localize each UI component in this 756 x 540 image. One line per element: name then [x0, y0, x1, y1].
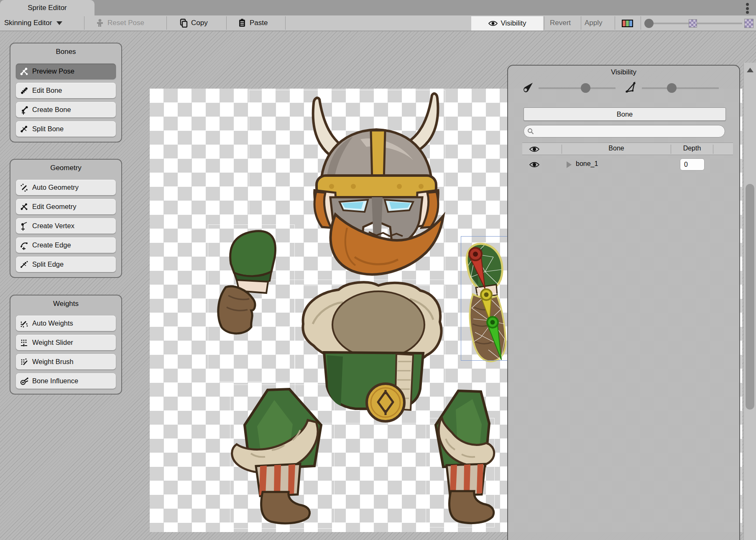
- vertical-scrollbar-thumb[interactable]: [746, 184, 754, 410]
- column-separator: [713, 145, 713, 154]
- create-edge-button[interactable]: Create Edge: [16, 237, 116, 253]
- toolbar-separator: [544, 16, 544, 30]
- auto-geometry-icon: [20, 183, 29, 192]
- bone-row-name[interactable]: bone_1: [576, 160, 598, 168]
- preview-pose-icon: [20, 67, 29, 76]
- weights-panel-title: Weights: [15, 300, 117, 308]
- copy-icon: [179, 18, 188, 28]
- geometry-panel-title: Geometry: [15, 164, 117, 172]
- bone-table-row[interactable]: bone_1: [522, 157, 733, 172]
- toolbar-separator: [84, 16, 84, 30]
- edit-geometry-button[interactable]: Edit Geometry: [16, 199, 116, 214]
- weight-brush-button[interactable]: Weight Brush: [16, 354, 116, 369]
- editor-mode-dropdown[interactable]: Skinning Editor: [4, 15, 62, 31]
- create-edge-label: Create Edge: [32, 241, 71, 249]
- bone-influence-label: Bone Influence: [32, 377, 78, 385]
- row-expand-triangle-icon[interactable]: [567, 161, 572, 168]
- alpha-slider-handle[interactable]: [689, 19, 697, 28]
- sprite-color-overlay-icon[interactable]: [622, 20, 633, 27]
- paste-label: Paste: [250, 19, 268, 27]
- sprite-selection-rect: [461, 236, 508, 361]
- auto-weights-button[interactable]: Auto Weights: [16, 316, 116, 331]
- apply-button[interactable]: Apply: [585, 15, 603, 31]
- create-vertex-icon: [20, 222, 29, 231]
- bone-category-label: Bone: [617, 110, 633, 118]
- create-bone-button[interactable]: Create Bone: [16, 102, 116, 117]
- edit-geometry-label: Edit Geometry: [32, 203, 76, 211]
- split-bone-icon: [20, 125, 29, 134]
- sprite-glove-arm[interactable]: [218, 231, 276, 334]
- scroll-up-arrow-icon[interactable]: [747, 68, 753, 72]
- split-bone-label: Split Bone: [32, 125, 64, 133]
- revert-label: Revert: [550, 19, 571, 27]
- chevron-down-icon: [56, 21, 62, 25]
- weight-slider-button[interactable]: Weight Slider: [16, 335, 116, 350]
- mesh-opacity-slider-track[interactable]: [642, 87, 719, 89]
- alpha-swatch-icon: [744, 19, 753, 28]
- split-edge-label: Split Edge: [32, 260, 64, 268]
- create-vertex-button[interactable]: Create Vertex: [16, 218, 116, 234]
- mesh-opacity-icon: [624, 81, 638, 94]
- paste-icon: [238, 18, 247, 28]
- editor-mode-label: Skinning Editor: [4, 19, 52, 27]
- mesh-opacity-slider-knob[interactable]: [667, 83, 677, 93]
- weight-slider-label: Weight Slider: [32, 339, 73, 346]
- bone-column-header[interactable]: Bone: [562, 145, 671, 152]
- bone-influence-icon: [20, 377, 29, 386]
- preview-pose-button[interactable]: Preview Pose: [16, 64, 116, 79]
- weight-brush-label: Weight Brush: [32, 358, 74, 366]
- bone-opacity-icon: [522, 81, 535, 94]
- vertical-scrollbar[interactable]: [743, 63, 756, 540]
- sprite-editor-tab[interactable]: Sprite Editor: [0, 0, 94, 15]
- bone-influence-button[interactable]: Bone Influence: [16, 373, 116, 389]
- edit-bone-label: Edit Bone: [32, 87, 62, 94]
- row-visibility-eye-icon[interactable]: [529, 161, 540, 168]
- revert-button[interactable]: Revert: [550, 15, 571, 31]
- weight-slider-icon: [20, 338, 29, 347]
- toolbar-separator: [285, 16, 286, 30]
- bone-depth-input[interactable]: [680, 158, 705, 171]
- sprite-torso[interactable]: [303, 282, 441, 421]
- split-edge-button[interactable]: Split Edge: [16, 257, 116, 272]
- geometry-panel: Geometry Auto Geometry Edit Geometry: [10, 159, 122, 278]
- split-edge-icon: [20, 260, 29, 269]
- create-edge-icon: [20, 241, 29, 250]
- weight-brush-icon: [20, 357, 29, 367]
- reset-pose-button[interactable]: Reset Pose: [95, 15, 144, 31]
- edit-bone-icon: [20, 86, 29, 95]
- bone-search-input[interactable]: [524, 125, 725, 138]
- auto-geometry-button[interactable]: Auto Geometry: [16, 180, 116, 195]
- toolbar-separator: [581, 16, 581, 30]
- toolbar-separator: [166, 16, 167, 30]
- bone-opacity-slider-knob[interactable]: [581, 83, 590, 93]
- window-menu-kebab-icon[interactable]: [746, 3, 749, 14]
- split-bone-button[interactable]: Split Bone: [16, 121, 116, 137]
- search-icon: [527, 128, 534, 135]
- toolbar-separator: [641, 16, 641, 30]
- eye-icon: [488, 20, 498, 27]
- visibility-panel-title: Visibility: [508, 68, 739, 76]
- sprite-leg-right[interactable]: [436, 391, 494, 523]
- window-tab-bar: Sprite Editor: [0, 0, 756, 15]
- depth-column-header[interactable]: Depth: [671, 145, 713, 152]
- sprite-leg-left[interactable]: [232, 389, 321, 523]
- preview-pose-label: Preview Pose: [32, 67, 74, 75]
- paste-button[interactable]: Paste: [238, 15, 268, 31]
- auto-weights-icon: [20, 319, 29, 328]
- auto-geometry-label: Auto Geometry: [32, 183, 79, 191]
- create-bone-icon: [20, 105, 29, 115]
- sprite-editor-window: Sprite Editor Skinning Editor Reset Pose…: [0, 0, 756, 540]
- bone-category-button[interactable]: Bone: [524, 107, 726, 121]
- visibility-toggle-button[interactable]: Visibility: [471, 16, 543, 31]
- opacity-slider-knob[interactable]: [644, 19, 654, 28]
- bone-opacity-slider-track[interactable]: [539, 87, 616, 89]
- reset-pose-figure-icon: [95, 18, 105, 28]
- edit-bone-button[interactable]: Edit Bone: [16, 83, 116, 98]
- copy-button[interactable]: Copy: [179, 15, 208, 31]
- sprite-head[interactable]: [313, 94, 443, 275]
- toolbar-separator: [226, 16, 227, 30]
- auto-weights-label: Auto Weights: [32, 319, 73, 327]
- bones-panel: Bones Preview Pose Edit Bone: [10, 43, 122, 143]
- bones-panel-title: Bones: [15, 48, 117, 56]
- reset-pose-label: Reset Pose: [107, 19, 144, 27]
